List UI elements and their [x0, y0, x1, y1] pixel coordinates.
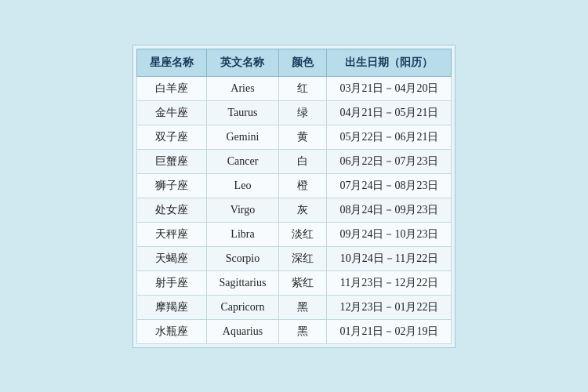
cell-r10-c2: 黑: [279, 319, 327, 343]
cell-r6-c1: Libra: [206, 222, 279, 246]
cell-r3-c2: 白: [279, 149, 327, 173]
cell-r4-c3: 07月24日－08月23日: [327, 173, 452, 198]
col-header-chinese-name: 星座名称: [136, 49, 206, 76]
table-body: 白羊座Aries红03月21日－04月20日金牛座Taurus绿04月21日－0…: [136, 76, 452, 343]
cell-r8-c2: 紫红: [279, 270, 327, 295]
cell-r7-c1: Scorpio: [206, 246, 279, 270]
cell-r9-c1: Capricorn: [206, 295, 279, 319]
cell-r6-c3: 09月24日－10月23日: [327, 222, 452, 246]
table-row: 天秤座Libra淡红09月24日－10月23日: [136, 222, 452, 246]
cell-r9-c0: 摩羯座: [136, 295, 206, 319]
cell-r2-c1: Gemini: [206, 125, 279, 149]
cell-r2-c0: 双子座: [136, 125, 206, 149]
cell-r0-c2: 红: [279, 76, 327, 100]
cell-r6-c0: 天秤座: [136, 222, 206, 246]
cell-r10-c0: 水瓶座: [136, 319, 206, 343]
table-row: 射手座Sagittarius紫红11月23日－12月22日: [136, 270, 452, 295]
cell-r6-c2: 淡红: [279, 222, 327, 246]
cell-r4-c1: Leo: [206, 173, 279, 198]
cell-r7-c3: 10月24日－11月22日: [327, 246, 452, 270]
cell-r5-c0: 处女座: [136, 198, 206, 222]
cell-r5-c1: Virgo: [206, 198, 279, 222]
table-header-row: 星座名称 英文名称 颜色 出生日期（阳历）: [136, 49, 452, 76]
cell-r0-c0: 白羊座: [136, 76, 206, 100]
cell-r8-c0: 射手座: [136, 270, 206, 295]
cell-r1-c3: 04月21日－05月21日: [327, 100, 452, 125]
cell-r4-c2: 橙: [279, 173, 327, 198]
table-row: 白羊座Aries红03月21日－04月20日: [136, 76, 452, 100]
cell-r3-c1: Cancer: [206, 149, 279, 173]
table-row: 水瓶座Aquarius黑01月21日－02月19日: [136, 319, 452, 343]
cell-r0-c3: 03月21日－04月20日: [327, 76, 452, 100]
cell-r0-c1: Aries: [206, 76, 279, 100]
cell-r10-c1: Aquarius: [206, 319, 279, 343]
cell-r1-c1: Taurus: [206, 100, 279, 125]
cell-r9-c3: 12月23日－01月22日: [327, 295, 452, 319]
cell-r3-c3: 06月22日－07月23日: [327, 149, 452, 173]
cell-r3-c0: 巨蟹座: [136, 149, 206, 173]
table-row: 天蝎座Scorpio深红10月24日－11月22日: [136, 246, 452, 270]
table-row: 摩羯座Capricorn黑12月23日－01月22日: [136, 295, 452, 319]
cell-r7-c0: 天蝎座: [136, 246, 206, 270]
cell-r2-c3: 05月22日－06月21日: [327, 125, 452, 149]
col-header-english-name: 英文名称: [206, 49, 279, 76]
col-header-birthdate: 出生日期（阳历）: [327, 49, 452, 76]
table-row: 巨蟹座Cancer白06月22日－07月23日: [136, 149, 452, 173]
cell-r8-c3: 11月23日－12月22日: [327, 270, 452, 295]
cell-r2-c2: 黄: [279, 125, 327, 149]
table-row: 处女座Virgo灰08月24日－09月23日: [136, 198, 452, 222]
cell-r7-c2: 深红: [279, 246, 327, 270]
table-row: 狮子座Leo橙07月24日－08月23日: [136, 173, 452, 198]
cell-r9-c2: 黑: [279, 295, 327, 319]
table-row: 双子座Gemini黄05月22日－06月21日: [136, 125, 452, 149]
table-row: 金牛座Taurus绿04月21日－05月21日: [136, 100, 452, 125]
cell-r5-c3: 08月24日－09月23日: [327, 198, 452, 222]
cell-r1-c2: 绿: [279, 100, 327, 125]
cell-r10-c3: 01月21日－02月19日: [327, 319, 452, 343]
cell-r1-c0: 金牛座: [136, 100, 206, 125]
zodiac-table-container: 星座名称 英文名称 颜色 出生日期（阳历） 白羊座Aries红03月21日－04…: [132, 45, 456, 348]
cell-r5-c2: 灰: [279, 198, 327, 222]
cell-r4-c0: 狮子座: [136, 173, 206, 198]
cell-r8-c1: Sagittarius: [206, 270, 279, 295]
zodiac-table: 星座名称 英文名称 颜色 出生日期（阳历） 白羊座Aries红03月21日－04…: [136, 49, 452, 344]
col-header-color: 颜色: [279, 49, 327, 76]
